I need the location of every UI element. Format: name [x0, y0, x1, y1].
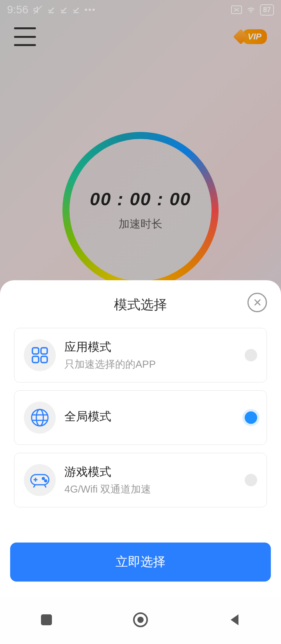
nav-recent-button[interactable]: [39, 613, 53, 628]
mode-subtitle: 4G/Wifi 双通道加速: [64, 482, 236, 496]
mode-text: 全局模式: [64, 409, 236, 427]
radio-unselected[interactable]: [245, 474, 257, 486]
triangle-back-icon: [228, 613, 242, 627]
svg-rect-1: [32, 348, 39, 354]
svg-point-9: [45, 480, 47, 482]
game-mode-icon-wrap: [24, 464, 56, 496]
global-mode-icon-wrap: [24, 402, 56, 434]
mode-text: 应用模式 只加速选择的的APP: [64, 339, 236, 371]
nav-home-button[interactable]: [132, 612, 149, 630]
radio-unselected[interactable]: [245, 349, 257, 361]
svg-point-12: [137, 617, 144, 623]
svg-rect-2: [41, 348, 47, 354]
confirm-label: 立即选择: [116, 555, 165, 569]
mode-option-global[interactable]: 全局模式: [14, 390, 267, 445]
sheet-title: 模式选择: [114, 296, 167, 314]
circle-icon: [132, 612, 149, 628]
mode-text: 游戏模式 4G/Wifi 双通道加速: [64, 464, 236, 496]
mode-option-game[interactable]: 游戏模式 4G/Wifi 双通道加速: [14, 453, 267, 507]
svg-rect-3: [32, 356, 39, 363]
mode-subtitle: 只加速选择的的APP: [64, 358, 236, 371]
svg-point-5: [32, 409, 48, 426]
confirm-button[interactable]: 立即选择: [10, 543, 271, 582]
nav-back-button[interactable]: [228, 613, 242, 628]
svg-rect-4: [41, 356, 47, 363]
sheet-header: 模式选择 ✕: [0, 280, 281, 328]
apps-icon: [31, 347, 48, 364]
close-icon: ✕: [253, 296, 262, 309]
system-nav-bar: [0, 597, 281, 644]
svg-point-6: [36, 409, 43, 426]
mode-title: 游戏模式: [64, 464, 236, 480]
mode-title: 应用模式: [64, 339, 236, 355]
mode-list: 应用模式 只加速选择的的APP 全局模式: [0, 328, 281, 507]
svg-rect-10: [41, 614, 52, 625]
mode-select-sheet: 模式选择 ✕ 应用模式 只加速选择的的APP: [0, 280, 281, 597]
gamepad-icon: [30, 471, 50, 489]
square-icon: [39, 613, 53, 627]
mode-option-app[interactable]: 应用模式 只加速选择的的APP: [14, 328, 267, 382]
close-button[interactable]: ✕: [247, 293, 267, 312]
globe-icon: [30, 408, 49, 427]
mode-title: 全局模式: [64, 409, 236, 425]
app-mode-icon-wrap: [24, 339, 56, 371]
radio-selected[interactable]: [245, 411, 257, 424]
svg-point-8: [43, 478, 44, 480]
